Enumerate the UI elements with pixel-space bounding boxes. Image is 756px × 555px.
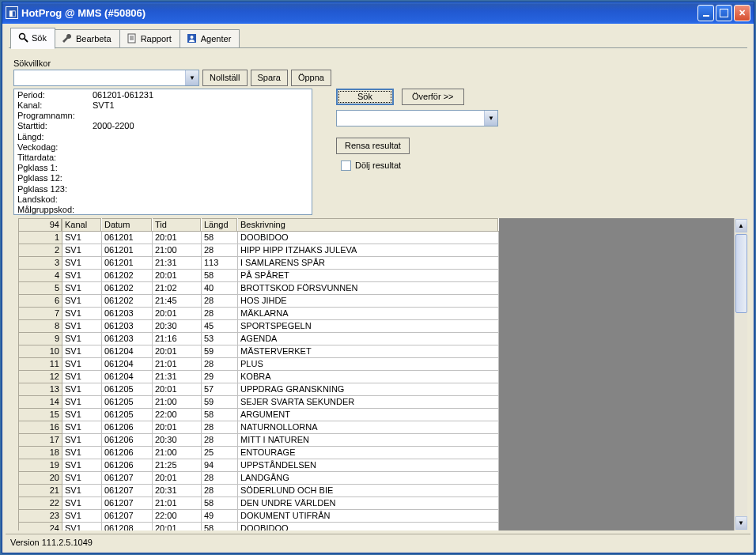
cell-langd[interactable]: 58 — [202, 522, 238, 530]
cell-datum[interactable]: 061201 — [102, 231, 153, 244]
cell-datum[interactable]: 061206 — [102, 433, 153, 446]
col-header-datum[interactable]: Datum — [102, 218, 153, 231]
cell-beskrivning[interactable]: UPPDRAG GRANSKNING — [238, 383, 499, 395]
cell-langd[interactable]: 57 — [202, 383, 238, 395]
cell-kanal[interactable]: SV1 — [62, 370, 102, 383]
cell-datum[interactable]: 061207 — [102, 484, 153, 496]
table-row[interactable]: 5SV106120221:0240BROTTSKOD FÖRSVUNNEN — [19, 281, 499, 294]
cell-tid[interactable]: 21:01 — [153, 357, 202, 370]
row-number[interactable]: 7 — [19, 307, 62, 319]
cell-tid[interactable]: 20:01 — [153, 231, 202, 244]
clear-results-button[interactable]: Rensa resultat — [336, 138, 410, 154]
cell-datum[interactable]: 061204 — [102, 370, 153, 383]
row-number[interactable]: 4 — [19, 269, 62, 281]
cell-kanal[interactable]: SV1 — [62, 231, 102, 244]
row-number[interactable]: 18 — [19, 446, 62, 459]
transfer-target-dropdown[interactable]: ▼ — [336, 110, 498, 126]
row-number[interactable]: 20 — [19, 471, 62, 484]
cell-tid[interactable]: 20:31 — [153, 484, 202, 496]
cell-kanal[interactable]: SV1 — [62, 345, 102, 357]
cell-tid[interactable]: 21:00 — [153, 244, 202, 256]
cell-langd[interactable]: 28 — [202, 484, 238, 496]
row-number[interactable]: 12 — [19, 370, 62, 383]
cell-datum[interactable]: 061205 — [102, 408, 153, 421]
cell-langd[interactable]: 28 — [202, 357, 238, 370]
cell-kanal[interactable]: SV1 — [62, 307, 102, 319]
col-header-langd[interactable]: Längd — [202, 218, 238, 231]
cell-beskrivning[interactable]: HOS JIHDE — [238, 294, 499, 307]
cell-beskrivning[interactable]: LANDGÅNG — [238, 471, 499, 484]
criteria-dropdown[interactable]: ▼ — [13, 70, 199, 86]
table-row[interactable]: 1SV106120120:0158DOOBIDOO — [19, 231, 499, 244]
cell-langd[interactable]: 59 — [202, 395, 238, 408]
row-number[interactable]: 24 — [19, 522, 62, 530]
table-row[interactable]: 13SV106120520:0157UPPDRAG GRANSKNING — [19, 383, 499, 395]
cell-langd[interactable]: 28 — [202, 421, 238, 433]
row-number[interactable]: 8 — [19, 319, 62, 332]
table-row[interactable]: 12SV106120421:3129KOBRA — [19, 370, 499, 383]
cell-beskrivning[interactable]: SPORTSPEGELN — [238, 319, 499, 332]
maximize-button[interactable] — [716, 5, 732, 21]
table-row[interactable]: 8SV106120320:3045SPORTSPEGELN — [19, 319, 499, 332]
cell-langd[interactable]: 58 — [202, 269, 238, 281]
col-header-count[interactable]: 94 — [19, 218, 62, 231]
cell-langd[interactable]: 113 — [202, 256, 238, 269]
table-row[interactable]: 14SV106120521:0059SEJER SVARTA SEKUNDER — [19, 395, 499, 408]
tab-bearbeta[interactable]: Bearbeta — [55, 29, 120, 48]
cell-datum[interactable]: 061206 — [102, 459, 153, 471]
cell-beskrivning[interactable]: ENTOURAGE — [238, 446, 499, 459]
cell-kanal[interactable]: SV1 — [62, 269, 102, 281]
cell-tid[interactable]: 21:02 — [153, 281, 202, 294]
chevron-down-icon[interactable]: ▼ — [185, 70, 198, 85]
cell-langd[interactable]: 59 — [202, 345, 238, 357]
row-number[interactable]: 15 — [19, 408, 62, 421]
cell-kanal[interactable]: SV1 — [62, 294, 102, 307]
cell-tid[interactable]: 20:30 — [153, 433, 202, 446]
cell-beskrivning[interactable]: DEN UNDRE VÄRLDEN — [238, 496, 499, 509]
row-number[interactable]: 6 — [19, 294, 62, 307]
cell-beskrivning[interactable]: MITT I NATUREN — [238, 433, 499, 446]
cell-kanal[interactable]: SV1 — [62, 496, 102, 509]
cell-datum[interactable]: 061207 — [102, 496, 153, 509]
cell-datum[interactable]: 061203 — [102, 319, 153, 332]
cell-beskrivning[interactable]: SEJER SVARTA SEKUNDER — [238, 395, 499, 408]
cell-kanal[interactable]: SV1 — [62, 395, 102, 408]
cell-langd[interactable]: 28 — [202, 244, 238, 256]
cell-tid[interactable]: 21:00 — [153, 395, 202, 408]
cell-beskrivning[interactable]: I SAMLARENS SPÅR — [238, 256, 499, 269]
row-number[interactable]: 13 — [19, 383, 62, 395]
cell-tid[interactable]: 22:00 — [153, 408, 202, 421]
cell-beskrivning[interactable]: PÅ SPÅRET — [238, 269, 499, 281]
row-number[interactable]: 3 — [19, 256, 62, 269]
cell-datum[interactable]: 061204 — [102, 357, 153, 370]
col-header-kanal[interactable]: Kanal — [62, 218, 102, 231]
table-row[interactable]: 16SV106120620:0128NATURNOLLORNA — [19, 421, 499, 433]
chevron-down-icon[interactable]: ▼ — [484, 111, 497, 126]
row-number[interactable]: 11 — [19, 357, 62, 370]
cell-kanal[interactable]: SV1 — [62, 383, 102, 395]
table-row[interactable]: 2SV106120121:0028HIPP HIPP ITZHAKS JULEV… — [19, 244, 499, 256]
cell-tid[interactable]: 20:01 — [153, 269, 202, 281]
cell-tid[interactable]: 21:25 — [153, 459, 202, 471]
cell-langd[interactable]: 28 — [202, 471, 238, 484]
row-number[interactable]: 16 — [19, 421, 62, 433]
scroll-up-button[interactable]: ▲ — [735, 219, 747, 232]
cell-beskrivning[interactable]: DOOBIDOO — [238, 231, 499, 244]
close-button[interactable] — [734, 5, 750, 21]
save-button[interactable]: Spara — [251, 70, 288, 86]
table-row[interactable]: 9SV106120321:1653AGENDA — [19, 332, 499, 345]
table-row[interactable]: 15SV106120522:0058ARGUMENT — [19, 408, 499, 421]
cell-datum[interactable]: 061207 — [102, 471, 153, 484]
table-row[interactable]: 19SV106120621:2594UPPSTÅNDELSEN — [19, 459, 499, 471]
cell-kanal[interactable]: SV1 — [62, 522, 102, 530]
table-row[interactable]: 22SV106120721:0158DEN UNDRE VÄRLDEN — [19, 496, 499, 509]
scroll-thumb[interactable] — [735, 234, 747, 313]
table-row[interactable]: 6SV106120221:4528HOS JIHDE — [19, 294, 499, 307]
cell-datum[interactable]: 061203 — [102, 307, 153, 319]
cell-beskrivning[interactable]: DOOBIDOO — [238, 522, 499, 530]
scroll-down-button[interactable]: ▼ — [735, 516, 747, 530]
cell-beskrivning[interactable]: MÄKLARNA — [238, 307, 499, 319]
row-number[interactable]: 14 — [19, 395, 62, 408]
cell-datum[interactable]: 061205 — [102, 383, 153, 395]
col-header-tid[interactable]: Tid — [153, 218, 202, 231]
